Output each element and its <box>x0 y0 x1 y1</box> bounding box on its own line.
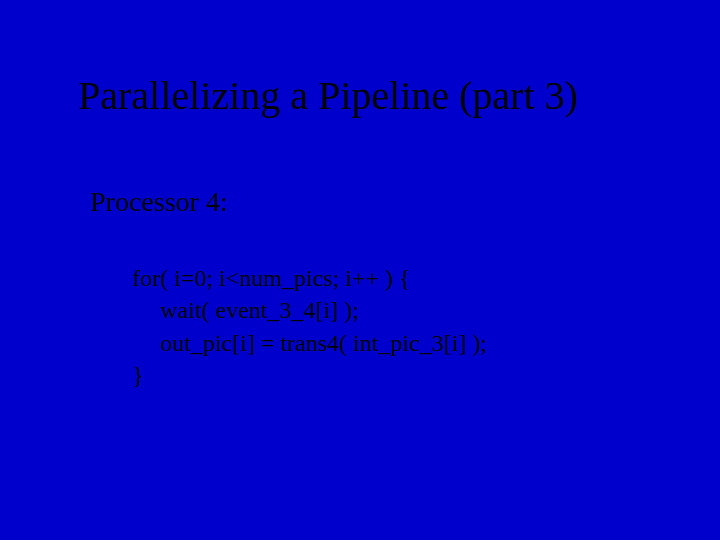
code-line-2-text: wait( event_3_4[i] ); <box>132 294 359 326</box>
slide-title: Parallelizing a Pipeline (part 3) <box>78 72 578 119</box>
code-block: for( i=0; i<num_pics; i++ ) { wait( even… <box>132 262 487 392</box>
code-line-3-text: out_pic[i] = trans4( int_pic_3[i] ); <box>132 327 487 359</box>
code-line-1: for( i=0; i<num_pics; i++ ) { <box>132 262 487 294</box>
code-line-3: out_pic[i] = trans4( int_pic_3[i] ); <box>132 327 487 359</box>
code-line-2: wait( event_3_4[i] ); <box>132 294 487 326</box>
processor-label: Processor 4: <box>90 186 228 218</box>
slide: Parallelizing a Pipeline (part 3) Proces… <box>0 0 720 540</box>
code-line-4: } <box>132 359 487 391</box>
